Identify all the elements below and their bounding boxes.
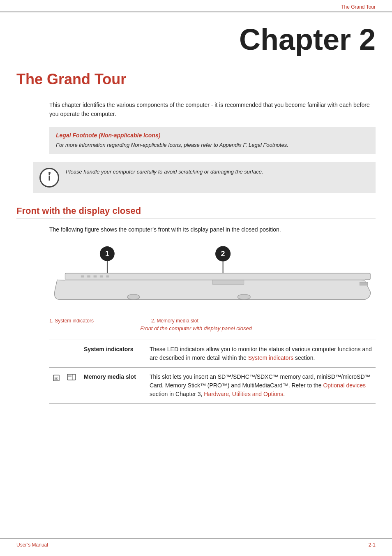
chapter-block: Chapter 2	[0, 12, 392, 58]
system-indicator-icon-cell	[49, 340, 81, 368]
subsection-title: Front with the display closed	[16, 206, 376, 218]
memory-icons: SD	[53, 373, 77, 382]
port-right	[360, 282, 368, 285]
laptop-diagram: 1 2	[49, 244, 376, 313]
table-row: System indicators These LED indicators a…	[49, 340, 376, 368]
main-content: The Grand Tour This chapter identifies t…	[0, 71, 392, 429]
memory-slot-icon-cell: SD	[49, 368, 81, 404]
footer-left: User’s Manual	[16, 542, 48, 548]
info-note-text: Please handle your computer carefully to…	[66, 168, 263, 176]
page-footer: User’s Manual 2-1	[0, 538, 392, 548]
legal-footnote-box: Legal Footnote (Non-applicable Icons) Fo…	[49, 127, 376, 154]
svg-rect-3	[68, 375, 71, 377]
diagram-caption: Front of the computer with display panel…	[16, 325, 376, 331]
hardware-utilities-link[interactable]: Hardware, Utilities and Options	[204, 391, 283, 397]
section-intro: This chapter identifies the various comp…	[49, 100, 376, 119]
footer-right: 2-1	[369, 542, 376, 548]
svg-text:SD: SD	[54, 377, 58, 380]
system-indicator-name: System indicators	[81, 340, 146, 368]
memory-slot-name: Memory media slot	[81, 368, 146, 404]
components-table: System indicators These LED indicators a…	[49, 340, 376, 404]
diagram-label-2: 2. Memory media slot	[151, 318, 198, 324]
legal-footnote-title: Legal Footnote (Non-applicable Icons)	[56, 132, 369, 139]
callout-2-label: 2	[221, 250, 225, 258]
sd-card-icon: SD	[53, 373, 64, 382]
bottom-circle-2	[238, 294, 250, 299]
legal-footnote-text: For more information regarding Non-appli…	[56, 141, 369, 149]
memory-slot-desc: This slot lets you insert an SD™/SDHC™/S…	[146, 368, 376, 404]
memory-slot	[212, 280, 244, 284]
chapter-number: Chapter 2	[16, 25, 376, 54]
system-indicator-desc: These LED indicators allow you to monito…	[146, 340, 376, 368]
info-icon: i	[39, 168, 59, 188]
diagram-labels: 1. System indicators 2. Memory media slo…	[49, 318, 376, 324]
laptop-top	[65, 273, 370, 279]
subsection-intro: The following figure shows the computer’…	[49, 225, 376, 234]
indicator-3	[94, 275, 97, 277]
system-indicators-link[interactable]: System indicators	[248, 354, 293, 361]
page-header: The Grand Tour	[0, 0, 392, 12]
indicator-1	[81, 275, 84, 277]
callout-1-label: 1	[105, 250, 109, 258]
diagram-container: 1 2	[49, 244, 376, 314]
info-note: i Please handle your computer carefully …	[33, 162, 376, 193]
diagram-label-1: 1. System indicators	[49, 318, 94, 324]
header-title: The Grand Tour	[341, 4, 376, 10]
memory-stick-icon	[66, 373, 77, 382]
section-title: The Grand Tour	[16, 71, 376, 88]
indicator-4	[100, 275, 103, 277]
bottom-circle-1	[127, 294, 140, 299]
optional-devices-link[interactable]: Optional devices	[323, 382, 366, 389]
indicator-5	[106, 275, 109, 277]
indicator-2	[87, 275, 90, 277]
table-row: SD Memory media slot This slot lets you …	[49, 368, 376, 404]
